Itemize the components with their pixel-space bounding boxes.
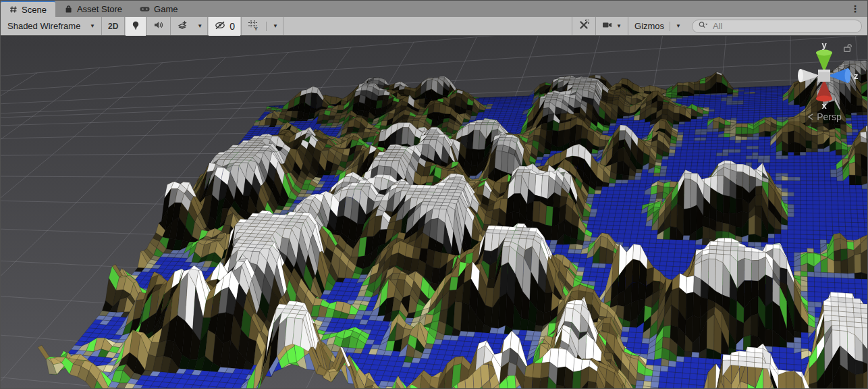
persp-toggle[interactable]: Persp xyxy=(789,111,859,122)
chevron-down-icon: ▼ xyxy=(616,24,622,29)
lightbulb-icon xyxy=(131,20,140,32)
effects-star-icon xyxy=(177,20,188,32)
tab-game[interactable]: Game xyxy=(131,1,186,17)
terrain-canvas[interactable] xyxy=(1,36,868,389)
component-tools-button[interactable] xyxy=(573,17,595,36)
toolbar-separator xyxy=(101,17,102,35)
persp-label: Persp xyxy=(817,111,842,122)
camera-settings-dropdown[interactable]: ▼ xyxy=(597,17,627,36)
scene-lighting-toggle[interactable] xyxy=(126,17,146,36)
draw-mode-label: Shaded Wireframe xyxy=(7,21,80,31)
wrench-hammer-icon xyxy=(578,20,589,32)
persp-chevron-icon xyxy=(807,113,815,121)
scene-grid-icon xyxy=(9,5,18,14)
chevron-down-icon: ▼ xyxy=(676,24,681,29)
toolbar-separator xyxy=(628,17,628,35)
gizmo-cube-top xyxy=(818,70,830,72)
game-controller-icon xyxy=(140,5,150,13)
axis-z-cap xyxy=(845,68,851,83)
speaker-icon xyxy=(153,20,164,32)
audio-toggle[interactable] xyxy=(148,17,169,36)
grid-visibility-toggle[interactable]: Y xyxy=(242,17,264,36)
toolbar-separator xyxy=(595,17,596,35)
axis-y-cap xyxy=(816,50,832,56)
asset-store-bag-icon xyxy=(64,5,73,14)
effects-toggle[interactable] xyxy=(171,17,193,36)
2d-label: 2D xyxy=(108,22,118,31)
search-icon xyxy=(698,21,708,31)
eye-slash-icon xyxy=(214,20,226,32)
toolbar-separator xyxy=(146,17,147,35)
axis-neg-cap xyxy=(798,69,803,82)
grid-dropdown[interactable]: ▼ xyxy=(269,17,282,36)
toolbar-separator xyxy=(283,17,283,35)
gizmos-label: Gizmos xyxy=(634,21,664,31)
grid-axis-icon: Y xyxy=(248,20,259,32)
toolbar-mini-separator xyxy=(266,22,267,31)
lock-icon[interactable] xyxy=(842,43,853,53)
tab-asset-store-label: Asset Store xyxy=(77,4,122,14)
chevron-down-icon: ▼ xyxy=(197,24,202,29)
scene-visibility-toggle[interactable]: 0 xyxy=(209,17,240,36)
2d-toggle[interactable]: 2D xyxy=(103,17,124,36)
chevron-down-icon: ▼ xyxy=(273,24,278,29)
axis-neg-cone[interactable] xyxy=(801,69,820,82)
axis-y-label: y xyxy=(821,41,827,50)
effects-dropdown[interactable]: ▼ xyxy=(193,17,207,36)
tab-scene[interactable]: Scene xyxy=(1,1,55,17)
gizmos-dropdown[interactable]: Gizmos ▼ xyxy=(629,17,686,36)
pane-menu-button[interactable]: ⋮ xyxy=(843,1,867,17)
tab-game-label: Game xyxy=(154,4,178,14)
camera-icon xyxy=(602,21,613,31)
draw-mode-dropdown[interactable]: Shaded Wireframe ▼ xyxy=(2,17,101,36)
toolbar-separator xyxy=(207,17,208,35)
hidden-count: 0 xyxy=(229,21,235,32)
toolbar-separator xyxy=(572,17,572,35)
tab-bar: Scene Asset Store Game ⋮ xyxy=(1,1,867,17)
axis-x-label: x xyxy=(821,101,827,111)
scene-toolbar: Shaded Wireframe ▼ 2D xyxy=(1,17,867,36)
tab-asset-store[interactable]: Asset Store xyxy=(55,1,131,17)
toolbar-separator xyxy=(124,17,125,35)
tab-scene-label: Scene xyxy=(22,5,47,15)
toolbar-separator xyxy=(170,17,171,35)
chevron-down-icon: ▼ xyxy=(90,24,95,29)
axis-z-label: z xyxy=(854,71,859,81)
scene-viewport[interactable]: y z x Persp xyxy=(1,36,868,389)
toolbar-mini-separator xyxy=(670,22,670,31)
search-input[interactable] xyxy=(711,20,856,32)
toolbar-separator xyxy=(241,17,242,35)
scene-search[interactable] xyxy=(692,20,862,33)
unity-editor-window: Scene Asset Store Game ⋮ Shaded Wiref xyxy=(0,0,868,389)
svg-text:Y: Y xyxy=(254,26,259,31)
